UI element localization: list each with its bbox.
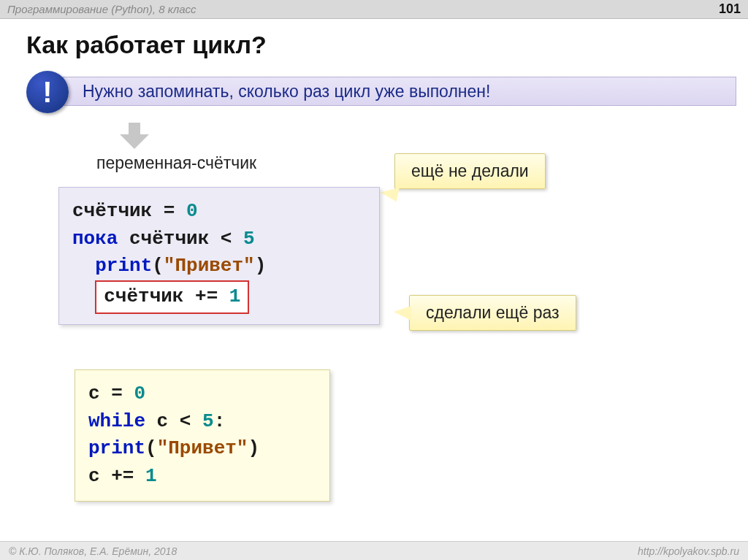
source-url-text: http://kpolyakov.spb.ru [638,545,739,557]
callout-not-done: ещё не делали [394,153,546,189]
slide-header: Программирование (Python), 8 класс 101 [0,0,748,19]
subject-label: Программирование (Python), 8 класс [7,3,196,15]
pseudo-line-3: print("Привет") [72,253,366,280]
py-line-4: c += 1 [88,463,316,491]
py-line-3: print("Привет") [88,435,316,463]
counter-caption: переменная-счётчик [96,153,256,173]
pseudo-line-2: пока счётчик < 5 [72,226,366,253]
page-number: 101 [719,1,741,17]
slide-title: Как работает цикл? [0,19,748,66]
pseudo-line-4: счётчик += 1 [72,280,366,314]
slide-footer: © К.Ю. Поляков, Е.А. Ерёмин, 2018 http:/… [0,541,748,560]
pseudocode-box: счётчик = 0 пока счётчик < 5 print("Прив… [58,187,380,325]
callout-done-again: сделали ещё раз [409,295,576,331]
banner-text: Нужно запоминать, сколько раз цикл уже в… [83,82,490,101]
py-line-1: c = 0 [88,380,316,408]
info-banner: Нужно запоминать, сколько раз цикл уже в… [26,71,736,110]
python-code-box: c = 0 while c < 5: print("Привет") c += … [75,369,330,502]
copyright-text: © К.Ю. Поляков, Е.А. Ерёмин, 2018 [9,545,177,557]
py-line-2: while c < 5: [88,408,316,436]
arrow-down-icon [120,123,149,150]
exclamation-icon: ! [26,71,69,113]
pseudo-line-1: счётчик = 0 [72,198,366,226]
